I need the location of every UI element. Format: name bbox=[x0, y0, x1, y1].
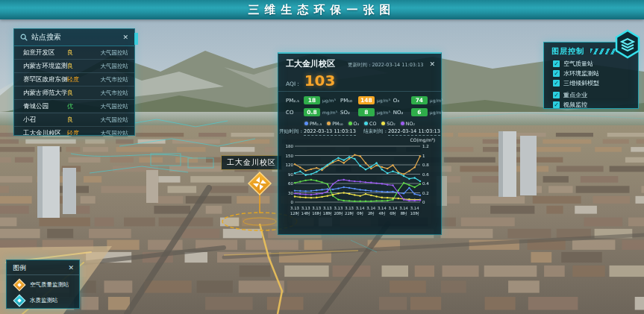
pollutant-value-badge: 6 bbox=[411, 108, 428, 116]
layer-item[interactable]: ✓ 重点企业 bbox=[544, 90, 638, 100]
svg-text:60: 60 bbox=[288, 181, 293, 186]
legend-chip[interactable]: NO₂ bbox=[401, 121, 415, 126]
station-row[interactable]: 赛罕区政府东侧 轻度 大气市控站 bbox=[14, 73, 134, 87]
pollutant-unit: mg/m³ bbox=[322, 110, 337, 115]
layer-item[interactable]: ✓ 三维倾斜模型 bbox=[544, 78, 638, 88]
layer-item[interactable]: ✓ 空气质量站 bbox=[544, 59, 638, 69]
popup-header: 工大金川校区 更新时间：2022-03-14 11:03:13 ✕ bbox=[278, 54, 441, 72]
pollutant-cell: SO₂ 8 μg/m³ bbox=[340, 108, 390, 116]
pollutant-unit: μg/m³ bbox=[377, 98, 390, 103]
station-panel-header: 站点搜索 ✕ bbox=[14, 29, 134, 46]
station-row[interactable]: 工大金川校区 轻度 大气国控站 bbox=[14, 127, 134, 136]
pollutant-unit: μg/m³ bbox=[322, 98, 336, 103]
svg-text:1: 1 bbox=[422, 154, 425, 158]
checkbox-checked-icon[interactable]: ✓ bbox=[553, 92, 560, 98]
station-name: 小召 bbox=[23, 116, 67, 125]
station-row[interactable]: 如意开发区 良 大气国控站 bbox=[14, 46, 134, 60]
legend-dot bbox=[327, 122, 331, 125]
svg-text:30: 30 bbox=[288, 191, 293, 195]
legend-item[interactable]: 空气质量监测站 bbox=[7, 275, 79, 291]
station-aqi-grade: 优 bbox=[67, 102, 87, 110]
close-icon[interactable]: ✕ bbox=[122, 34, 128, 41]
marker-label[interactable]: 工大金川校区 bbox=[221, 155, 282, 170]
layer-panel-title: 图层控制 bbox=[551, 46, 584, 57]
legend-label: PM₂.₅ bbox=[310, 121, 322, 126]
layer-label: 空气质量站 bbox=[563, 60, 593, 68]
legend-chip[interactable]: PM₁₀ bbox=[327, 121, 343, 126]
legend-chip[interactable]: SO₂ bbox=[381, 121, 395, 126]
pollutant-name: NO₂ bbox=[393, 110, 411, 116]
station-search-panel: 站点搜索 ✕ 如意开发区 良 大气国控站 内蒙古环境监测站 良 大气国控站 赛罕… bbox=[13, 28, 135, 136]
pollutant-value-badge: 148 bbox=[358, 96, 375, 104]
legend-label: PM₁₀ bbox=[332, 121, 343, 126]
station-type: 大气市控站 bbox=[87, 90, 128, 97]
pollutant-value-badge: 74 bbox=[411, 96, 428, 104]
water-station-marker-icon bbox=[13, 295, 26, 307]
svg-text:0.4: 0.4 bbox=[422, 181, 429, 186]
svg-text:120: 120 bbox=[286, 163, 294, 167]
legend-item-label: 水质监测站 bbox=[30, 297, 58, 304]
aqi-value: 103 bbox=[304, 72, 336, 90]
svg-text:1.2: 1.2 bbox=[422, 144, 429, 148]
layer-item[interactable]: ✓ 视频监控 bbox=[544, 100, 638, 110]
station-name: 内蒙古师范大学 bbox=[23, 89, 67, 98]
pollutant-cell: PM₁₀ 148 μg/m³ bbox=[340, 96, 390, 104]
station-name: 赛罕区政府东侧 bbox=[23, 75, 67, 84]
checkbox-checked-icon[interactable]: ✓ bbox=[553, 80, 560, 87]
end-time-picker[interactable]: 2022-03-14 11:03:13 bbox=[388, 128, 440, 136]
close-icon[interactable]: ✕ bbox=[429, 61, 435, 68]
start-time-picker[interactable]: 2022-03-13 11:03:13 bbox=[304, 128, 356, 136]
station-type: 大气国控站 bbox=[87, 49, 128, 57]
legend-label: CO bbox=[369, 121, 376, 126]
station-row[interactable]: 青城公园 优 大气国控站 bbox=[14, 100, 134, 113]
svg-text:90: 90 bbox=[288, 172, 293, 177]
legend-label: NO₂ bbox=[406, 121, 415, 126]
legend-chip[interactable]: CO bbox=[364, 121, 376, 126]
svg-text:3.1410时: 3.1410时 bbox=[410, 206, 420, 216]
start-time-group: 开始时间：2022-03-13 11:03:13 bbox=[279, 128, 356, 135]
update-time-label: 更新时间： bbox=[348, 62, 372, 68]
station-type: 大气市控站 bbox=[87, 76, 128, 84]
legend-panel-title: 图例 bbox=[13, 263, 68, 273]
legend-dot bbox=[381, 122, 385, 125]
legend-chip[interactable]: O₃ bbox=[348, 121, 359, 126]
station-type: 大气国控站 bbox=[87, 63, 128, 70]
station-marker-pin[interactable] bbox=[246, 170, 273, 216]
station-name: 内蒙古环境监测站 bbox=[23, 62, 67, 71]
station-type: 大气国控站 bbox=[87, 103, 128, 110]
air-station-marker-icon bbox=[13, 279, 26, 292]
pollutant-name: PM₁₀ bbox=[340, 98, 358, 104]
pollutant-value-badge: 0.8 bbox=[304, 108, 320, 116]
station-aqi-grade: 轻度 bbox=[67, 129, 87, 136]
station-name: 如意开发区 bbox=[23, 48, 67, 57]
station-row[interactable]: 内蒙古环境监测站 良 大气国控站 bbox=[14, 60, 134, 73]
station-row[interactable]: 小召 良 大气国控站 bbox=[14, 113, 134, 127]
svg-text:3.146时: 3.146时 bbox=[389, 206, 398, 216]
station-aqi-grade: 良 bbox=[67, 62, 87, 70]
svg-text:0: 0 bbox=[291, 200, 294, 204]
svg-text:150: 150 bbox=[286, 154, 294, 158]
pollutant-cell: CO 0.8 mg/m³ bbox=[286, 108, 337, 116]
station-panel-collapse-tab[interactable] bbox=[134, 33, 138, 45]
svg-text:0: 0 bbox=[422, 200, 425, 204]
search-icon bbox=[20, 34, 28, 41]
station-row[interactable]: 内蒙古师范大学 良 大气市控站 bbox=[14, 87, 134, 100]
end-time-label: 结束时间： bbox=[363, 128, 388, 134]
layers-hexagon-button[interactable] bbox=[612, 28, 643, 60]
legend-item[interactable]: 水质监测站 bbox=[7, 291, 79, 307]
pollutant-trend-chart[interactable]: 1801.215011200.8900.6600.4300.2003.1312时… bbox=[283, 142, 437, 220]
checkbox-checked-icon[interactable]: ✓ bbox=[553, 60, 560, 67]
checkbox-checked-icon[interactable]: ✓ bbox=[553, 101, 560, 108]
legend-chip[interactable]: PM₂.₅ bbox=[304, 121, 322, 126]
pollutant-name: PM₂.₅ bbox=[286, 98, 304, 104]
station-name: 工大金川校区 bbox=[23, 129, 67, 136]
station-name: 青城公园 bbox=[23, 102, 67, 111]
layer-item[interactable]: ✓ 水环境监测站 bbox=[544, 69, 638, 78]
pollutant-name: O₃ bbox=[393, 98, 411, 104]
time-range-row: 开始时间：2022-03-13 11:03:13 结束时间：2022-03-14… bbox=[278, 127, 441, 136]
pollutant-name: CO bbox=[286, 110, 304, 116]
close-icon[interactable]: ✕ bbox=[68, 265, 74, 271]
layer-label: 水环境监测站 bbox=[563, 69, 599, 78]
update-time: 更新时间：2022-03-14 11:03:13 bbox=[348, 62, 424, 69]
checkbox-checked-icon[interactable]: ✓ bbox=[553, 70, 560, 77]
